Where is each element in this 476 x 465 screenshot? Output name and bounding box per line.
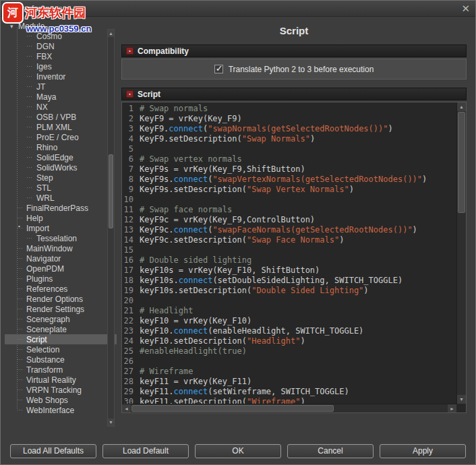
- ok-button[interactable]: OK: [195, 444, 281, 458]
- close-icon[interactable]: ✕: [461, 3, 470, 13]
- cancel-button[interactable]: Cancel: [287, 444, 374, 458]
- code-line[interactable]: 12KeyF9c = vrKey(Key_F9,ControlButton): [122, 215, 456, 225]
- sidebar-item-fbx[interactable]: FBX: [5, 51, 117, 61]
- sidebar-item-inventor[interactable]: Inventor: [5, 71, 117, 82]
- sidebar-item-plugins[interactable]: Plugins: [5, 274, 117, 284]
- sidebar-item-rhino[interactable]: Rhino: [5, 142, 117, 152]
- sidebar-item-render-options[interactable]: Render Options: [5, 294, 117, 304]
- code-line[interactable]: 4KeyF9.setDescription("Swap Normals"): [122, 134, 456, 144]
- code-line[interactable]: 9KeyF9s.setDescription("Swap Vertex Norm…: [122, 185, 456, 195]
- code-text: # Swap normals: [140, 104, 208, 114]
- code-line[interactable]: 23keyF10.connect(enableHeadlight, SWITCH…: [122, 326, 456, 336]
- code-line[interactable]: 5: [122, 144, 456, 154]
- sidebar-item-dgn[interactable]: DGN: [5, 41, 117, 51]
- sidebar-item-openpdm[interactable]: OpenPDM: [5, 264, 117, 274]
- tree-scrollbar[interactable]: ▲ ▼: [107, 29, 115, 427]
- code-line[interactable]: 25#enableHeadlight(true): [122, 346, 456, 356]
- code-line[interactable]: 21# Headlight: [122, 306, 456, 316]
- code-line[interactable]: 8KeyF9s.connect("swapVertexNormals(getSe…: [122, 175, 456, 185]
- sidebar-item-iges[interactable]: Iges: [5, 61, 117, 71]
- editor-hscroll-thumb[interactable]: [131, 405, 334, 412]
- line-number: 6: [122, 154, 140, 164]
- load-default-button[interactable]: Load Default: [102, 444, 189, 458]
- translate-python-checkbox[interactable]: [214, 65, 223, 73]
- sidebar-item-web-shops[interactable]: Web Shops: [5, 395, 117, 405]
- sidebar-item-module[interactable]: ▾ Module: [5, 21, 117, 31]
- load-all-defaults-button[interactable]: Load All Defaults: [10, 444, 96, 458]
- code-line[interactable]: 28keyF11 = vrKey(Key_F11): [122, 377, 456, 387]
- compatibility-section-header[interactable]: ▪ Compatibility: [121, 44, 467, 57]
- code-line[interactable]: 15: [122, 245, 456, 255]
- sidebar-item-render-settings[interactable]: Render Settings: [5, 304, 117, 314]
- sidebar-item-script[interactable]: Script: [5, 334, 117, 344]
- code-line[interactable]: 6# Swap vertex normals: [122, 154, 456, 164]
- scroll-right-icon[interactable]: ►: [448, 404, 456, 412]
- sidebar-item-plm-xml[interactable]: PLM XML: [5, 122, 117, 132]
- editor-vscroll-thumb[interactable]: [458, 112, 465, 213]
- line-number: 7: [122, 164, 140, 175]
- script-section-header[interactable]: ▪ Script: [121, 88, 467, 100]
- scroll-up-icon[interactable]: ▲: [108, 30, 114, 37]
- sidebar-item-nx[interactable]: NX: [5, 102, 117, 112]
- code-line[interactable]: 10: [122, 195, 456, 205]
- sidebar-item-selection[interactable]: Selection: [5, 344, 117, 354]
- sidebar-item-label: Navigator: [26, 254, 61, 264]
- expand-icon[interactable]: •: [18, 223, 20, 229]
- sidebar-item-maya[interactable]: Maya: [5, 92, 117, 102]
- scroll-down-icon[interactable]: ▼: [108, 418, 114, 426]
- sidebar-item-substance[interactable]: Substance: [5, 354, 117, 365]
- scroll-up-icon[interactable]: ▲: [457, 102, 466, 111]
- sidebar-item-solidworks[interactable]: SolidWorks: [5, 162, 117, 173]
- sidebar-item-stl[interactable]: STL: [5, 183, 117, 193]
- sidebar-item-help[interactable]: Help: [5, 213, 117, 223]
- sidebar-item-scenegraph[interactable]: Scenegraph: [5, 314, 117, 324]
- code-line[interactable]: 24keyF10.setDescription("Headlight"): [122, 336, 456, 346]
- sidebar-item-references[interactable]: References: [5, 284, 117, 294]
- code-line[interactable]: 27# Wireframe: [122, 367, 456, 377]
- sidebar-item-proe-creo[interactable]: ProE / Creo: [5, 132, 117, 142]
- code-line[interactable]: 17keyF10s = vrKey(Key_F10, ShiftButton): [122, 266, 456, 276]
- code-line[interactable]: 1# Swap normals: [122, 104, 456, 114]
- sidebar-item-tesselation[interactable]: Tesselation: [5, 233, 117, 243]
- line-number: 17: [122, 266, 140, 276]
- code-line[interactable]: 7KeyF9s = vrKey(Key_F9,ShiftButton): [122, 164, 456, 175]
- sidebar-item-label: MainWindow: [26, 244, 73, 253]
- sidebar-item-transform[interactable]: Transform: [5, 365, 117, 375]
- sidebar-item-finalrenderpass[interactable]: FinalRenderPass: [5, 203, 117, 213]
- scroll-down-icon[interactable]: ▼: [457, 395, 466, 404]
- sidebar-item-osb-vpb[interactable]: OSB / VPB: [5, 112, 117, 122]
- code-line[interactable]: 11# Swap face normals: [122, 205, 456, 215]
- script-code-editor[interactable]: 1# Swap normals2KeyF9 = vrKey(Key_F9)3Ke…: [121, 102, 467, 413]
- code-line[interactable]: 29keyF11.connect(setWireframe, SWITCH_TO…: [122, 387, 456, 397]
- sidebar-item-import[interactable]: •Import: [5, 223, 117, 233]
- code-line[interactable]: 16# Double sided lighting: [122, 255, 456, 266]
- sidebar-item-sceneplate[interactable]: Sceneplate: [5, 324, 117, 334]
- code-line[interactable]: 19keyF10s.setDescription("Double Sided L…: [122, 286, 456, 296]
- sidebar-item-wrl[interactable]: WRL: [5, 193, 117, 203]
- editor-horizontal-scrollbar[interactable]: ◄ ►: [122, 404, 456, 412]
- sidebar-item-jt[interactable]: JT: [5, 82, 117, 92]
- sidebar-item-solidedge[interactable]: SolidEdge: [5, 152, 117, 162]
- sidebar-item-label: PLM XML: [36, 123, 72, 132]
- code-line[interactable]: 20: [122, 296, 456, 306]
- code-line[interactable]: 22keyF10 = vrKey(Key_F10): [122, 316, 456, 326]
- code-lines[interactable]: 1# Swap normals2KeyF9 = vrKey(Key_F9)3Ke…: [122, 102, 456, 412]
- code-text: keyF10.connect(enableHeadlight, SWITCH_T…: [140, 326, 363, 336]
- code-line[interactable]: 13KeyF9c.connect("swapFaceNormals(getSel…: [122, 225, 456, 235]
- sidebar-item-webinterface[interactable]: WebInterface: [5, 405, 117, 415]
- code-line[interactable]: 18keyF10s.connect(setDoubleSidedLighting…: [122, 276, 456, 286]
- sidebar-item-mainwindow[interactable]: MainWindow: [5, 243, 117, 253]
- sidebar-item-step[interactable]: Step: [5, 173, 117, 183]
- code-line[interactable]: 26: [122, 356, 456, 367]
- editor-vertical-scrollbar[interactable]: ▲ ▼: [456, 102, 466, 404]
- code-line[interactable]: 2KeyF9 = vrKey(Key_F9): [122, 114, 456, 124]
- scroll-left-icon[interactable]: ◄: [122, 404, 131, 412]
- tree-scrollbar-thumb[interactable]: [109, 154, 113, 228]
- sidebar-item-virtual-reality[interactable]: Virtual Reality: [5, 375, 117, 385]
- apply-button[interactable]: Apply: [380, 444, 466, 458]
- code-line[interactable]: 3KeyF9.connect("swapNormals(getSelectedR…: [122, 124, 456, 134]
- code-line[interactable]: 14KeyF9c.setDescription("Swap Face Norma…: [122, 235, 456, 245]
- sidebar-item-cosmo[interactable]: Cosmo: [5, 31, 117, 41]
- sidebar-item-vrpn-tracking[interactable]: VRPN Tracking: [5, 385, 117, 395]
- sidebar-item-navigator[interactable]: Navigator: [5, 253, 117, 264]
